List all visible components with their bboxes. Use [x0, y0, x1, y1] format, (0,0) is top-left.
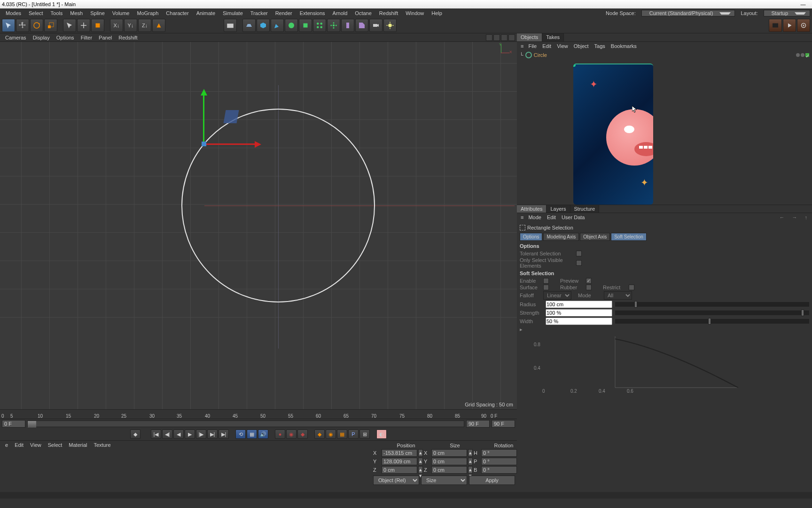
y-axis-button[interactable]: Y↓ [124, 19, 137, 32]
mat-edit[interactable]: Edit [11, 442, 27, 448]
radius-slider[interactable] [615, 302, 809, 307]
rot-h-input[interactable] [481, 449, 517, 457]
rot-p-input[interactable] [481, 458, 517, 465]
size-y-spinner[interactable]: ▴▾ [468, 458, 473, 465]
pos-x-input[interactable] [382, 449, 417, 457]
hamburger-icon[interactable]: ≡ [519, 214, 525, 220]
tree-item-circle[interactable]: └ Circle ✓ [520, 52, 809, 58]
play-button[interactable]: ▶ [185, 429, 195, 439]
menu-volume[interactable]: Volume [109, 10, 133, 16]
visibility-render-dot[interactable] [801, 53, 804, 57]
move-tool[interactable] [16, 19, 29, 32]
width-slider[interactable] [615, 319, 809, 324]
menu-extensions[interactable]: Extensions [296, 10, 329, 16]
nav-back-button[interactable]: ← [777, 214, 788, 220]
coord-tool[interactable] [91, 19, 104, 32]
bend-button[interactable] [341, 19, 354, 32]
all-key-button[interactable]: ⊞ [359, 429, 370, 439]
falloff-graph[interactable]: 0.8 0.4 0 0.2 0.4 0.6 [534, 336, 809, 393]
am-edit[interactable]: Edit [544, 214, 559, 220]
size-z-input[interactable] [431, 466, 467, 474]
coord-mode-dropdown[interactable]: Object (Rel) [373, 476, 419, 485]
move-gizmo-origin[interactable] [202, 142, 206, 146]
tree-expand-icon[interactable]: └ [520, 52, 523, 58]
mat-select[interactable]: Select [45, 442, 66, 448]
radius-input[interactable] [546, 301, 612, 308]
nav-up-button[interactable]: ↑ [802, 214, 811, 220]
extrude-button[interactable] [299, 19, 312, 32]
restrict-checkbox[interactable] [629, 285, 634, 290]
size-x-input[interactable] [431, 449, 467, 457]
marker-button[interactable]: ◆ [130, 429, 141, 439]
om-view[interactable]: View [554, 43, 571, 49]
param-key-button[interactable]: P [348, 429, 359, 439]
move-gizmo-x-arrow[interactable] [255, 141, 261, 148]
tab-modeling-axis[interactable]: Modeling Axis [543, 233, 579, 241]
enable-check[interactable]: ✓ [805, 53, 809, 57]
rot-b-input[interactable] [481, 466, 517, 474]
vp-redshift[interactable]: Redshift [115, 35, 141, 40]
scale-key-button[interactable]: ▦ [337, 429, 347, 439]
vp-layout-icon[interactable] [486, 34, 492, 41]
size-mode-dropdown[interactable]: Size [421, 476, 467, 485]
vp-filter[interactable]: Filter [78, 35, 95, 40]
menu-mograph[interactable]: MoGraph [133, 10, 162, 16]
rotate-tool[interactable] [30, 19, 43, 32]
om-bookmarks[interactable]: Bookmarks [608, 43, 640, 49]
camera-button[interactable] [369, 19, 383, 32]
tab-structure[interactable]: Structure [570, 205, 600, 213]
minimize-button[interactable]: — [796, 1, 810, 7]
menu-arnold[interactable]: Arnold [329, 10, 351, 16]
floor-button[interactable] [242, 19, 256, 32]
size-z-spinner[interactable]: ▴▾ [468, 466, 473, 474]
menu-spline[interactable]: Spline [86, 10, 109, 16]
menu-modes[interactable]: Modes [2, 10, 25, 16]
mat-file[interactable]: e [2, 442, 11, 448]
z-axis-button[interactable]: Z↓ [138, 19, 151, 32]
autokey-button[interactable]: ◉ [286, 429, 297, 439]
size-x-spinner[interactable]: ▴▾ [468, 449, 473, 457]
menu-help[interactable]: Help [428, 10, 446, 16]
enable-checkbox[interactable] [543, 278, 549, 284]
menu-mesh[interactable]: Mesh [66, 10, 86, 16]
render-view-button[interactable] [224, 19, 237, 32]
cloner-button[interactable] [327, 19, 340, 32]
pos-y-input[interactable] [382, 458, 417, 465]
keyframe-button[interactable]: ◆ [297, 429, 308, 439]
om-file[interactable]: File [525, 43, 539, 49]
axis-lock-tool[interactable] [77, 19, 90, 32]
record-button[interactable]: ● [275, 429, 285, 439]
reference-image[interactable]: ✦ ✦ [573, 64, 653, 205]
move-gizmo-xy-plane[interactable] [224, 110, 239, 123]
visible-checkbox[interactable] [576, 260, 582, 266]
menu-tools[interactable]: Tools [47, 10, 67, 16]
scale-tool[interactable] [44, 19, 57, 32]
playhead[interactable] [28, 421, 36, 428]
tab-object-axis[interactable]: Object Axis [580, 233, 610, 241]
pos-x-spinner[interactable]: ▴▾ [418, 449, 423, 457]
pos-key-button[interactable]: ◆ [314, 429, 325, 439]
hamburger-icon[interactable]: ≡ [519, 43, 525, 49]
move-gizmo-y-arrow[interactable] [201, 89, 207, 95]
object-tree[interactable]: └ Circle ✓ [517, 50, 812, 60]
material-manager[interactable] [0, 449, 371, 492]
pos-z-input[interactable] [382, 466, 417, 474]
goto-start-button[interactable]: |◀ [151, 429, 161, 439]
render-settings-button[interactable] [769, 19, 782, 32]
surface-checkbox[interactable] [543, 285, 549, 290]
visibility-editor-dot[interactable] [796, 53, 800, 57]
falloff-dropdown[interactable]: Linear [543, 291, 571, 300]
vp-cameras[interactable]: Cameras [2, 35, 30, 40]
anim-button[interactable]: ◐ [376, 429, 387, 439]
vp-panel[interactable]: Panel [95, 35, 115, 40]
timeline-ruler[interactable]: 0 5 10 15 20 25 30 35 40 45 50 55 60 65 … [0, 409, 517, 419]
strength-slider[interactable] [615, 310, 809, 315]
mat-material[interactable]: Material [65, 442, 90, 448]
render-active-button[interactable] [783, 19, 796, 32]
move-gizmo-y[interactable] [203, 91, 204, 145]
tab-layers[interactable]: Layers [547, 205, 570, 213]
world-axis-button[interactable] [152, 19, 165, 32]
frame-start-input[interactable] [2, 420, 25, 428]
menu-window[interactable]: Window [402, 10, 428, 16]
prev-frame-button[interactable]: ◀ [173, 429, 184, 439]
